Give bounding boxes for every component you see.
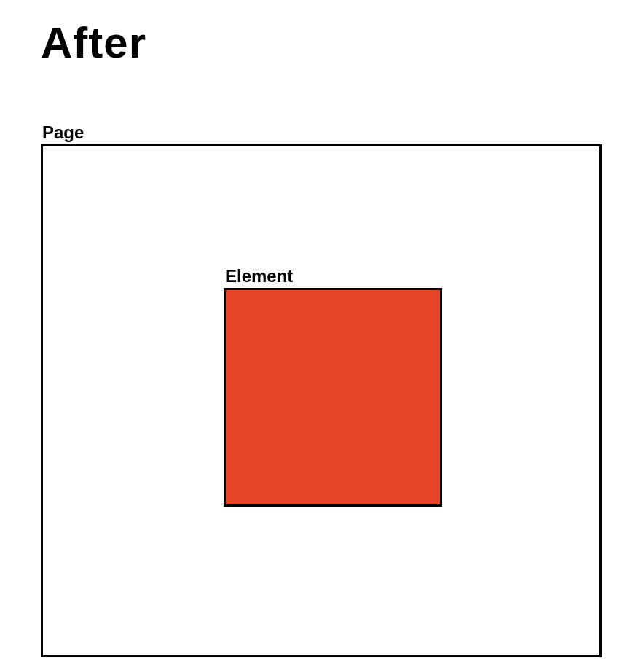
element-container: Element <box>224 266 442 507</box>
page-container: Page Element <box>41 122 602 657</box>
element-label: Element <box>224 266 442 286</box>
page-box: Element <box>41 144 602 657</box>
diagram-title: After <box>41 17 146 68</box>
page-label: Page <box>41 122 602 143</box>
element-box <box>224 288 442 507</box>
